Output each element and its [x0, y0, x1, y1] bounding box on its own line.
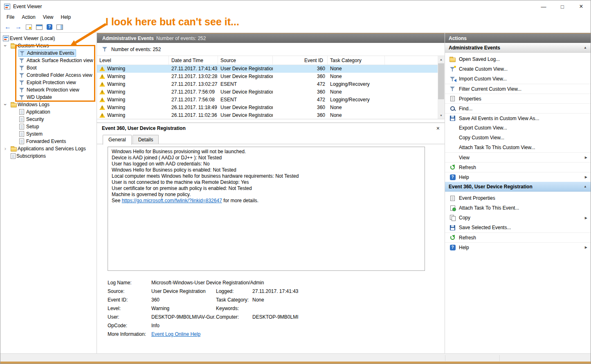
tree-application[interactable]: Application: [0, 108, 97, 116]
tree-setup[interactable]: Setup: [0, 123, 97, 130]
back-arrow-icon[interactable]: ←: [4, 24, 11, 30]
scrollbar-thumb[interactable]: [438, 63, 444, 99]
action-export-custom-view[interactable]: Export Custom View...: [445, 123, 591, 133]
action-copy-custom-view[interactable]: Copy Custom View...: [445, 133, 591, 143]
tab-general[interactable]: General: [103, 135, 132, 145]
help-icon[interactable]: ?: [47, 24, 52, 30]
refresh-icon: [450, 235, 455, 240]
custom-view-icon: [19, 87, 25, 93]
tree-security[interactable]: Security: [0, 116, 97, 123]
tree-attack-surface-reduction-view[interactable]: Attack Surface Reduction view: [0, 57, 97, 64]
event-row[interactable]: Warning 27.11.2017. 7:56:08 ESENT 472 Lo…: [97, 96, 438, 103]
menu-view[interactable]: View: [39, 13, 57, 21]
actions-section-event-360[interactable]: Event 360, User Device Registration ▲: [445, 182, 591, 192]
tree-boot[interactable]: Boot: [0, 64, 97, 71]
action-event-properties[interactable]: Event Properties: [445, 193, 591, 203]
minimize-button[interactable]: —: [534, 0, 553, 13]
tree-exploit-protection-view[interactable]: Exploit Protection view: [0, 79, 97, 86]
column-spacer: [385, 56, 438, 65]
event-log-online-help-link[interactable]: Event Log Online Help: [151, 331, 200, 337]
open-folder-icon: [449, 58, 456, 62]
action-open-saved-log[interactable]: Open Saved Log...: [445, 54, 591, 64]
action-copy[interactable]: Copy ▶: [445, 213, 591, 223]
event-row[interactable]: Warning 27.11.2017. 7:56:09 User Device …: [97, 88, 438, 96]
export-list-icon[interactable]: [26, 25, 32, 30]
tree-custom-views[interactable]: › Custom Views: [0, 42, 97, 49]
action-save-selected-events[interactable]: Save Selected Events...: [445, 223, 591, 232]
action-help-event[interactable]: ? Help ▶: [445, 242, 591, 252]
event-row[interactable]: Warning 26.11.2017. 11:18:49 User Device…: [97, 103, 438, 111]
action-pane-icon[interactable]: [56, 25, 63, 30]
event-row[interactable]: Warning 27.11.2017. 13:02:27 ESENT 472 L…: [97, 80, 438, 88]
submenu-arrow-icon: ▶: [585, 156, 587, 159]
action-create-custom-view[interactable]: Create Custom View...: [445, 64, 591, 74]
action-import-custom-view[interactable]: Import Custom View...: [445, 74, 591, 84]
custom-view-icon: [19, 58, 25, 63]
tree-applications-and-services-logs[interactable]: › Applications and Services Logs: [0, 145, 97, 152]
detail-title: Event 360, User Device Registration: [102, 125, 186, 131]
action-attach-task-to-event[interactable]: Attach Task To This Event...: [445, 203, 591, 213]
tree-system[interactable]: System: [0, 130, 97, 138]
event-row[interactable]: Warning 26.11.2017. 11:02:36 User Device…: [97, 111, 438, 119]
warning-icon: [99, 74, 105, 79]
computer-value: DESKTOP-9MB0LMI: [252, 314, 445, 320]
collapse-up-icon[interactable]: ▲: [584, 46, 587, 49]
column-source[interactable]: Source: [218, 56, 273, 65]
chevron-expanded-icon[interactable]: ›: [2, 43, 8, 48]
tree-network-protection-view[interactable]: Network Protection view: [0, 86, 97, 94]
log-icon: [19, 131, 24, 137]
tree-controlled-folder-access-view[interactable]: Controlled Folder Access view: [0, 71, 97, 79]
copy-icon: [450, 215, 456, 221]
column-task-category[interactable]: Task Category: [328, 56, 385, 65]
event-list-scrollbar[interactable]: ▲ ▼: [438, 56, 445, 119]
log-name-label: Log Name:: [108, 280, 151, 286]
action-filter-current-custom-view[interactable]: Filter Current Custom View...: [445, 84, 591, 94]
action-properties[interactable]: Properties: [445, 94, 591, 103]
tree-wd-update[interactable]: WD Update: [0, 94, 97, 101]
filter-event-count: Number of events: 252: [111, 47, 161, 52]
toolbar: ← → ?: [0, 22, 591, 33]
fwlink[interactable]: https://go.microsoft.com/fwlink/?linkid=…: [122, 198, 222, 203]
tree-root[interactable]: Event Viewer (Local): [0, 35, 97, 42]
event-row[interactable]: Warning 27.11.2017. 13:02:28 User Device…: [97, 73, 438, 80]
scroll-up-icon[interactable]: ▲: [438, 56, 445, 63]
menu-help[interactable]: Help: [57, 13, 75, 21]
actions-section-administrative-events[interactable]: Administrative Events ▲: [445, 43, 591, 53]
properties-icon: [450, 96, 455, 101]
help-icon: ?: [450, 245, 456, 250]
action-refresh-event[interactable]: Refresh: [445, 232, 591, 242]
column-level[interactable]: Level: [97, 56, 169, 65]
folder-icon: [11, 103, 17, 107]
action-attach-task-to-custom-view[interactable]: Attach Task To This Custom View...: [445, 143, 591, 152]
action-find[interactable]: Find...: [445, 103, 591, 113]
log-name-value: Microsoft-Windows-User Device Registrati…: [151, 280, 445, 286]
column-date-and-time[interactable]: Date and Time: [169, 56, 218, 65]
action-refresh[interactable]: Refresh: [445, 162, 591, 172]
tree-subscriptions[interactable]: Subscriptions: [0, 152, 97, 160]
tab-details[interactable]: Details: [133, 135, 159, 144]
tree-forwarded-events[interactable]: Forwarded Events: [0, 138, 97, 145]
close-button[interactable]: ×: [572, 0, 591, 13]
collapse-up-icon[interactable]: ▲: [584, 185, 587, 188]
detail-close-icon[interactable]: ×: [436, 125, 440, 132]
maximize-icon: □: [561, 4, 564, 10]
warning-icon: [99, 89, 105, 94]
tree-windows-logs[interactable]: › Windows Logs: [0, 101, 97, 108]
chevron-expanded-icon[interactable]: ›: [2, 102, 8, 107]
maximize-button[interactable]: □: [553, 0, 572, 13]
menu-file[interactable]: File: [3, 13, 18, 21]
forward-arrow-icon[interactable]: →: [15, 24, 22, 30]
description-line: See https://go.microsoft.com/fwlink/?lin…: [112, 198, 421, 204]
keywords-label: Keywords:: [216, 306, 252, 311]
event-row[interactable]: Warning 27.11.2017. 17:41:43 User Device…: [97, 65, 438, 73]
chevron-collapsed-icon[interactable]: ›: [3, 146, 8, 152]
column-event-id[interactable]: Event ID: [273, 56, 328, 65]
tree-administrative-events[interactable]: Administrative Events: [0, 49, 97, 57]
level-label: Level:: [108, 306, 151, 311]
action-save-all-events[interactable]: Save All Events in Custom View As...: [445, 113, 591, 123]
action-help[interactable]: ? Help ▶: [445, 172, 591, 182]
menu-action[interactable]: Action: [18, 13, 39, 21]
scroll-down-icon[interactable]: ▼: [438, 112, 445, 119]
console-tree-icon[interactable]: [36, 25, 43, 30]
action-view[interactable]: View ▶: [445, 152, 591, 162]
